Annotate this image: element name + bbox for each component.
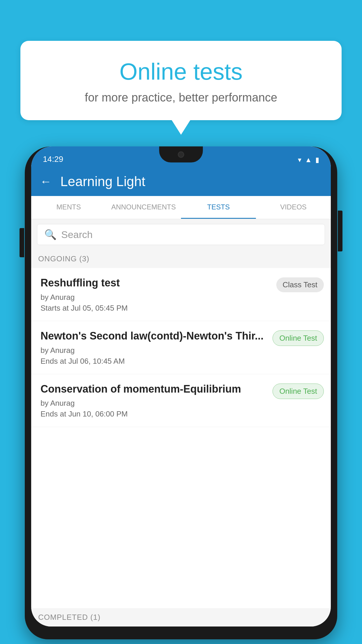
test-author: by Anurag <box>41 346 268 355</box>
test-item[interactable]: Newton's Second law(contd)-Newton's Thir… <box>31 321 331 374</box>
battery-icon: ▮ <box>315 156 319 164</box>
ongoing-section-header: ONGOING (3) <box>31 250 331 268</box>
test-info: Newton's Second law(contd)-Newton's Thir… <box>41 329 268 366</box>
tabs-container: MENTS ANNOUNCEMENTS TESTS VIDEOS <box>31 196 331 219</box>
tab-ments[interactable]: MENTS <box>31 196 106 219</box>
search-placeholder: Search <box>61 229 93 240</box>
test-title: Reshuffling test <box>41 276 272 290</box>
completed-section-header: COMPLETED (1) <box>31 608 331 626</box>
app-bar: ← Learning Light <box>31 167 331 196</box>
test-info: Conservation of momentum-Equilibrium by … <box>41 382 268 419</box>
test-author: by Anurag <box>41 293 272 302</box>
phone-outer: 14:29 ▾ ▲ ▮ ← Learning Light MENTS ANNOU… <box>25 146 337 639</box>
test-time: Starts at Jul 05, 05:45 PM <box>41 304 272 313</box>
test-list: Reshuffling test by Anurag Starts at Jul… <box>31 268 331 427</box>
app-title: Learning Light <box>60 174 322 189</box>
bubble-subtitle: for more practice, better performance <box>41 91 321 104</box>
search-icon: 🔍 <box>44 229 57 240</box>
test-badge: Class Test <box>276 277 324 292</box>
tab-tests[interactable]: TESTS <box>181 196 256 219</box>
speech-bubble: Online tests for more practice, better p… <box>20 41 342 120</box>
camera <box>178 151 184 158</box>
test-item[interactable]: Conservation of momentum-Equilibrium by … <box>31 374 331 427</box>
test-title: Conservation of momentum-Equilibrium <box>41 382 268 396</box>
search-container: 🔍 Search <box>31 219 331 250</box>
back-button[interactable]: ← <box>40 175 52 188</box>
test-time: Ends at Jul 06, 10:45 AM <box>41 357 268 366</box>
search-bar[interactable]: 🔍 Search <box>37 224 325 245</box>
test-badge: Online Test <box>273 384 324 399</box>
phone-notch <box>159 146 203 162</box>
test-info: Reshuffling test by Anurag Starts at Jul… <box>41 276 272 313</box>
test-time: Ends at Jun 10, 06:00 PM <box>41 410 268 419</box>
test-badge: Online Test <box>273 330 324 346</box>
signal-icon: ▲ <box>305 156 312 164</box>
test-item[interactable]: Reshuffling test by Anurag Starts at Jul… <box>31 268 331 321</box>
wifi-icon: ▾ <box>298 156 301 164</box>
tab-videos[interactable]: VIDEOS <box>256 196 331 219</box>
test-author: by Anurag <box>41 399 268 408</box>
test-title: Newton's Second law(contd)-Newton's Thir… <box>41 329 268 343</box>
status-icons: ▾ ▲ ▮ <box>298 156 319 164</box>
tab-announcements[interactable]: ANNOUNCEMENTS <box>106 196 181 219</box>
bubble-title: Online tests <box>41 58 321 85</box>
phone-container: 14:29 ▾ ▲ ▮ ← Learning Light MENTS ANNOU… <box>25 140 337 644</box>
phone-screen: 14:29 ▾ ▲ ▮ ← Learning Light MENTS ANNOU… <box>31 146 331 626</box>
